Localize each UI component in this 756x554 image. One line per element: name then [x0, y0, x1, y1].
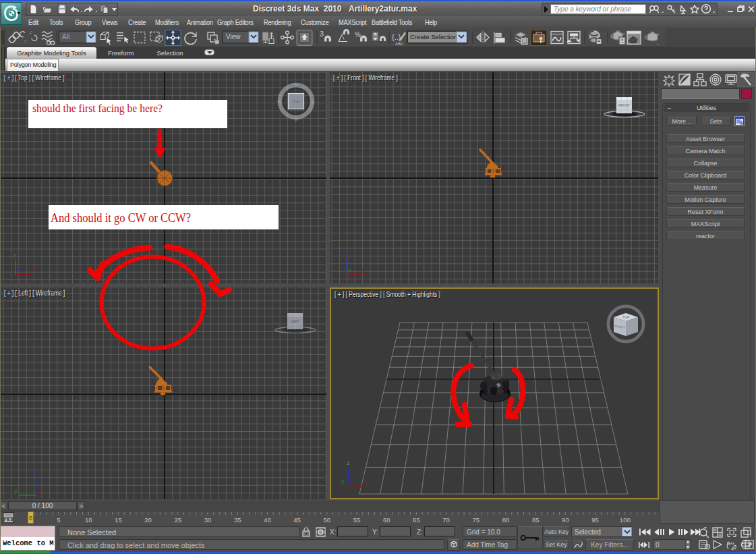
svg-text:45: 45 — [293, 516, 301, 524]
svg-text:100: 100 — [620, 516, 631, 524]
svg-text:%: % — [355, 31, 361, 38]
svg-text:N: N — [295, 82, 297, 86]
svg-text:40: 40 — [264, 516, 271, 524]
svg-text:x: x — [362, 267, 366, 274]
svg-text:60: 60 — [383, 516, 390, 524]
svg-text:FRONT: FRONT — [618, 103, 630, 107]
svg-text:5: 5 — [57, 516, 60, 524]
svg-text:y: y — [348, 267, 351, 273]
svg-text:LEFT: LEFT — [291, 319, 299, 323]
svg-text:35: 35 — [234, 516, 241, 524]
svg-text:E: E — [312, 100, 314, 104]
svg-text:All: All — [62, 33, 69, 40]
svg-text:y: y — [14, 488, 18, 495]
svg-text:z: z — [344, 249, 347, 256]
svg-text:85: 85 — [532, 516, 540, 524]
svg-text:3: 3 — [320, 30, 324, 38]
svg-text:x: x — [364, 480, 368, 487]
svg-text:View: View — [226, 33, 241, 40]
svg-text:z: z — [347, 460, 350, 466]
svg-text:15: 15 — [115, 516, 122, 524]
svg-text:75: 75 — [473, 516, 480, 524]
svg-text:25: 25 — [175, 516, 182, 524]
svg-text:x: x — [32, 267, 35, 273]
svg-text:50: 50 — [324, 516, 331, 524]
svg-text:90: 90 — [562, 516, 569, 524]
svg-text:65: 65 — [413, 516, 420, 524]
svg-text:80: 80 — [502, 516, 510, 524]
svg-text:x: x — [38, 488, 41, 495]
svg-text:y: y — [341, 478, 345, 484]
svg-text:20: 20 — [144, 516, 152, 524]
svg-text:70: 70 — [442, 516, 450, 524]
svg-text:W: W — [277, 100, 281, 104]
svg-text:10: 10 — [85, 516, 92, 524]
svg-text:S: S — [295, 117, 297, 121]
svg-text:ABC: ABC — [395, 42, 404, 46]
svg-text:z: z — [34, 470, 37, 476]
svg-text:95: 95 — [591, 516, 599, 524]
svg-text:y: y — [13, 252, 17, 258]
svg-text:TOP: TOP — [292, 100, 300, 104]
svg-text:55: 55 — [353, 516, 361, 524]
svg-text:30: 30 — [204, 516, 212, 524]
svg-text:z: z — [17, 266, 20, 273]
svg-text:TOP: TOP — [622, 315, 630, 319]
